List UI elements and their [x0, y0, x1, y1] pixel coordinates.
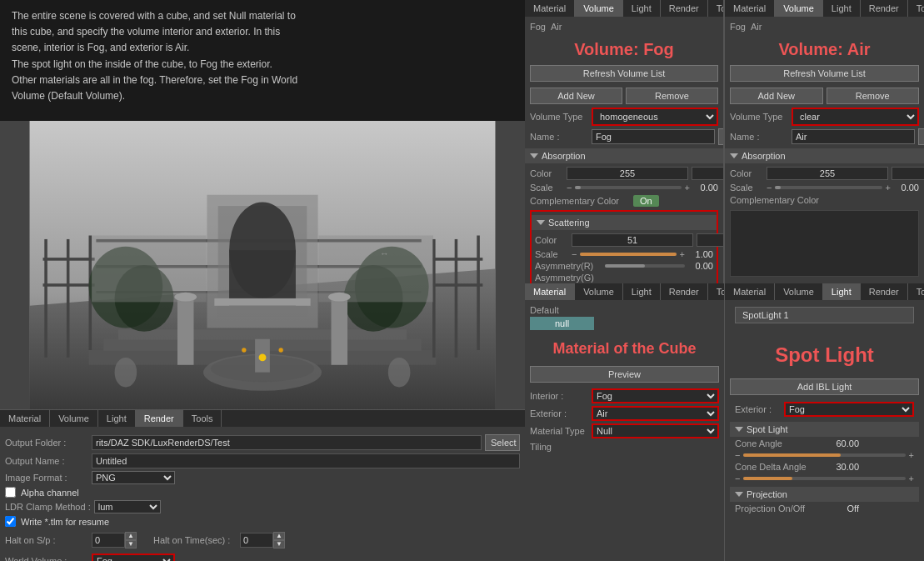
- spotlight-list-item[interactable]: SpotLight 1: [735, 307, 914, 323]
- air-tab-render[interactable]: Render: [861, 0, 908, 17]
- image-format-label: Image Format :: [5, 473, 88, 483]
- tab-tools-left[interactable]: Tools: [183, 410, 222, 427]
- air-sublabel1: Fog: [730, 22, 746, 32]
- mat-exterior-select[interactable]: Air: [592, 406, 719, 421]
- cone-delta-minus[interactable]: −: [735, 473, 740, 483]
- write-tlm-label: Write *.tlm for resume: [21, 517, 109, 527]
- air-abs-plus[interactable]: +: [886, 183, 891, 193]
- fog-scat-g[interactable]: [697, 233, 723, 247]
- fog-abs-track[interactable]: [575, 186, 681, 189]
- air-name-input[interactable]: [792, 129, 915, 144]
- mat-interior-select[interactable]: Fog: [592, 388, 719, 403]
- air-tab-material[interactable]: Material: [725, 0, 775, 17]
- ldr-clamp-row: LDR Clamp Method : lum: [5, 500, 520, 513]
- air-rename-btn[interactable]: Rename: [918, 128, 924, 145]
- fog-scat-scale-label: Scale: [535, 249, 568, 259]
- air-refresh-btn[interactable]: Refresh Volume List: [730, 65, 919, 82]
- fog-abs-g[interactable]: [692, 167, 723, 180]
- spot-exterior-select[interactable]: Fog: [784, 402, 914, 417]
- cone-angle-plus[interactable]: +: [909, 450, 914, 460]
- air-tab-tools[interactable]: Tools: [908, 0, 924, 17]
- fog-refresh-btn[interactable]: Refresh Volume List: [530, 65, 718, 82]
- svg-rect-9: [43, 283, 95, 287]
- fog-asym-r-val: 0.00: [688, 261, 713, 271]
- fog-tab-material[interactable]: Material: [525, 0, 575, 17]
- fog-scat-track[interactable]: [580, 253, 676, 256]
- spot-tab-tools[interactable]: Tools: [908, 283, 924, 300]
- fog-sublabel2: Air: [551, 22, 562, 32]
- cone-angle-track[interactable]: [743, 453, 905, 457]
- spot-tab-volume[interactable]: Volume: [775, 283, 823, 300]
- air-voltype-select[interactable]: clear: [792, 108, 919, 126]
- fog-abs-minus[interactable]: −: [567, 183, 572, 193]
- svg-rect-34: [332, 298, 348, 365]
- ldr-clamp-label: LDR Clamp Method :: [5, 502, 91, 512]
- halt-sp-down[interactable]: ▼: [125, 540, 137, 548]
- halt-sp-up[interactable]: ▲: [125, 532, 137, 540]
- spot-tab-light[interactable]: Light: [823, 283, 861, 300]
- output-name-row: Output Name :: [5, 453, 520, 468]
- spot-tab-render[interactable]: Render: [861, 283, 908, 300]
- air-abs-minus[interactable]: −: [767, 183, 772, 193]
- projection-onoff-label: Projection On/Off: [735, 503, 827, 513]
- fog-voltype-row: Volume Type homogeneous: [530, 108, 718, 126]
- cone-delta-track[interactable]: [743, 477, 905, 480]
- air-abs-track[interactable]: [775, 186, 882, 189]
- write-tlm-checkbox[interactable]: [5, 516, 16, 527]
- mat-tab-material[interactable]: Material: [525, 283, 575, 300]
- air-comp-color-row: Complementary Color: [730, 195, 919, 205]
- svg-rect-8: [43, 258, 95, 261]
- world-volume-select[interactable]: Fog: [92, 553, 175, 561]
- output-name-input[interactable]: [92, 453, 520, 468]
- tab-light-left[interactable]: Light: [98, 410, 136, 427]
- fog-tab-tools[interactable]: Tools: [708, 0, 724, 17]
- cone-delta-plus[interactable]: +: [909, 473, 914, 483]
- air-remove-btn[interactable]: Remove: [827, 88, 920, 104]
- fog-tab-render[interactable]: Render: [661, 0, 708, 17]
- ldr-clamp-select[interactable]: lum: [94, 500, 161, 513]
- fog-abs-plus[interactable]: +: [685, 183, 690, 193]
- air-add-btn[interactable]: Add New: [730, 88, 823, 104]
- halt-sp-input[interactable]: [92, 533, 125, 548]
- cone-angle-minus[interactable]: −: [735, 450, 740, 460]
- mat-preview-btn[interactable]: Preview: [530, 366, 719, 383]
- image-format-select[interactable]: PNG: [92, 471, 175, 484]
- halt-time-up[interactable]: ▲: [273, 532, 285, 540]
- fog-rename-btn[interactable]: Rename: [718, 128, 723, 145]
- halt-sp-spinbox-btns: ▲ ▼: [125, 532, 137, 548]
- halt-time-down[interactable]: ▼: [273, 540, 285, 548]
- halt-time-input[interactable]: [240, 533, 273, 548]
- fog-asym-r-track[interactable]: [605, 264, 685, 268]
- fog-scat-plus[interactable]: +: [680, 249, 685, 259]
- fog-add-btn[interactable]: Add New: [530, 88, 622, 104]
- fog-abs-r[interactable]: [567, 167, 688, 180]
- fog-tab-volume[interactable]: Volume: [575, 0, 623, 17]
- mat-tab-render[interactable]: Render: [661, 283, 708, 300]
- fog-scat-minus[interactable]: −: [572, 249, 577, 259]
- fog-remove-btn[interactable]: Remove: [626, 88, 718, 104]
- fog-title: Volume: Fog: [530, 33, 718, 63]
- cone-delta-val: 30.00: [830, 462, 859, 472]
- fog-scat-r[interactable]: [572, 233, 693, 247]
- tab-render-left[interactable]: Render: [136, 410, 183, 427]
- air-abs-r[interactable]: [767, 167, 888, 180]
- spot-tab-material[interactable]: Material: [725, 283, 775, 300]
- fog-voltype-select[interactable]: homogeneous: [592, 108, 718, 126]
- tab-volume-left[interactable]: Volume: [50, 410, 98, 427]
- air-tab-volume[interactable]: Volume: [775, 0, 823, 17]
- mat-type-select[interactable]: Null: [592, 423, 719, 438]
- mat-tab-light[interactable]: Light: [623, 283, 661, 300]
- fog-tab-light[interactable]: Light: [623, 0, 661, 17]
- air-abs-g[interactable]: [892, 167, 924, 180]
- fog-name-input[interactable]: [592, 129, 715, 144]
- air-add-remove-row: Add New Remove: [730, 88, 919, 104]
- add-ibl-btn[interactable]: Add IBL Light: [730, 378, 919, 395]
- projection-onoff-row: Projection On/Off Off: [735, 503, 914, 513]
- mat-tab-volume[interactable]: Volume: [575, 283, 623, 300]
- select-button[interactable]: Select: [485, 434, 520, 451]
- output-folder-input[interactable]: [92, 435, 482, 450]
- tab-material-left[interactable]: Material: [0, 410, 50, 427]
- svg-rect-11: [455, 239, 458, 358]
- alpha-channel-checkbox[interactable]: [5, 487, 16, 498]
- air-tab-light[interactable]: Light: [823, 0, 861, 17]
